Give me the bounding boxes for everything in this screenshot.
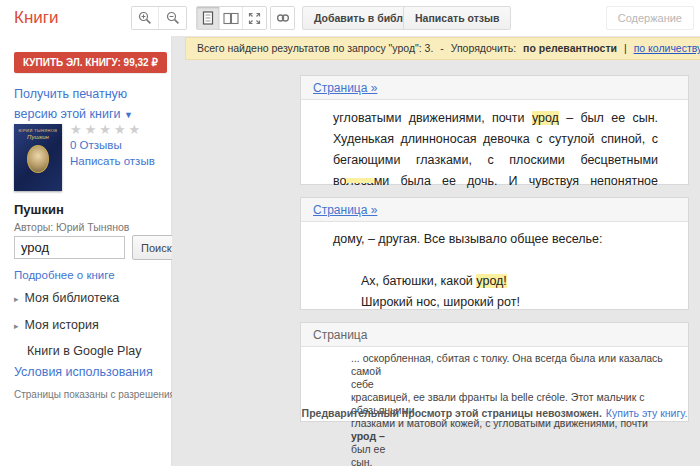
- separator-pipe: |: [624, 42, 627, 54]
- get-link-button[interactable]: [271, 7, 294, 29]
- permission-note-text: Страницы показаны с разрешения: [14, 389, 178, 400]
- order-by-pages-link[interactable]: по количеству страниц: [634, 42, 700, 54]
- search-result-2: Страница » дому, – другая. Все вызывало …: [300, 197, 689, 310]
- result-1-header: Страница »: [301, 76, 688, 100]
- left-sidebar: КУПИТЬ ЭЛ. КНИГУ: 99,32 ₽ Получить печат…: [0, 36, 172, 466]
- sidebar-item-label: Моя история: [25, 318, 99, 332]
- link-icon: [276, 12, 290, 24]
- contents-button[interactable]: Содержание: [606, 6, 694, 30]
- search-result-3: Страница ... оскорбленная, сбитая с толк…: [300, 322, 689, 422]
- reviews-count-link[interactable]: 0 Отзывы: [70, 139, 122, 151]
- rating-stars: ★★★★★: [70, 122, 143, 137]
- snippet-intro: дому, – другая. Все вызывало общее весел…: [333, 229, 668, 250]
- result-2-snippet: дому, – другая. Все вызывало общее весел…: [301, 222, 688, 313]
- triangle-right-icon: ▸: [14, 321, 19, 331]
- clipped-highlight: [346, 178, 373, 183]
- results-count-text: Всего найдено результатов по запросу "ур…: [197, 42, 433, 54]
- zoom-in-icon: [138, 11, 152, 25]
- page-link[interactable]: Страница »: [313, 81, 377, 95]
- result-2-header: Страница »: [301, 198, 688, 222]
- write-review-button[interactable]: Написать отзыв: [403, 6, 511, 30]
- sidebar-item-my-history[interactable]: ▸Моя история: [14, 318, 99, 332]
- zoom-button-group: [131, 6, 187, 30]
- zoom-out-icon: [166, 11, 180, 25]
- single-page-view-button[interactable]: [197, 7, 220, 29]
- sidebar-write-review-link[interactable]: Написать отзыв: [70, 155, 155, 167]
- zoom-out-button[interactable]: [159, 7, 186, 29]
- order-by-relevance: по релевантности: [523, 42, 617, 54]
- sidebar-item-label: Книги в Google Play: [27, 344, 141, 358]
- page-link[interactable]: Страница »: [313, 203, 377, 217]
- zoom-in-button[interactable]: [132, 7, 159, 29]
- two-page-view-button[interactable]: [220, 7, 243, 29]
- top-toolbar: Книги: [0, 0, 700, 36]
- view-mode-button-group: [196, 6, 267, 30]
- sidebar-item-google-play-books[interactable]: Книги в Google Play: [14, 344, 141, 358]
- two-page-icon: [223, 12, 239, 25]
- sidebar-item-my-library[interactable]: ▸Моя библиотека: [14, 291, 119, 305]
- order-label: Упорядочить:: [451, 42, 516, 54]
- preview-unavailable-message: Предварительный просмотр этой страницы н…: [301, 407, 688, 419]
- cover-title-text: Пушкин: [14, 134, 62, 140]
- separator-dash: -: [440, 42, 444, 54]
- book-authors: Авторы: Юрий Тынянов: [14, 221, 129, 233]
- chevron-down-icon: ▼: [124, 110, 133, 120]
- snippet-verse: Ах, батюшки, какой урод!Широкий нос, шир…: [361, 271, 668, 313]
- link-button-group: [270, 6, 295, 30]
- search-results-area: Всего найдено результатов по запросу "ур…: [172, 36, 700, 466]
- get-print-version-label: Получить печатную версию этой книги: [14, 87, 127, 121]
- books-logo[interactable]: Книги: [14, 8, 58, 28]
- cover-author-text: ЮРИЙ ТЫНЯНОВ: [14, 124, 62, 133]
- buy-ebook-button[interactable]: КУПИТЬ ЭЛ. КНИГУ: 99,32 ₽: [14, 52, 167, 73]
- fullscreen-icon: [248, 12, 261, 25]
- buy-this-book-link[interactable]: Купить эту книгу.: [606, 407, 688, 419]
- triangle-right-icon: ▸: [14, 294, 19, 304]
- search-in-book-input[interactable]: [14, 236, 125, 259]
- single-page-icon: [202, 11, 214, 25]
- about-book-link[interactable]: Подробнее о книге: [14, 269, 115, 281]
- cover-portrait: [27, 145, 49, 173]
- terms-of-use-link[interactable]: Условия использования: [14, 365, 153, 379]
- search-result-1: Страница » угловатыми движениями, почти …: [300, 75, 689, 185]
- google-books-page: Книги: [0, 0, 700, 466]
- result-3-header: Страница: [301, 323, 688, 347]
- book-cover-thumbnail[interactable]: ЮРИЙ ТЫНЯНОВ Пушкин: [14, 124, 62, 191]
- get-print-version-link[interactable]: Получить печатную версию этой книги ▼: [14, 84, 160, 124]
- book-title: Пушкин: [14, 202, 64, 217]
- sidebar-item-label: Моя библиотека: [25, 291, 120, 305]
- fullscreen-button[interactable]: [243, 7, 266, 29]
- page-label: Страница: [313, 328, 367, 342]
- preview-unavailable-text: Предварительный просмотр этой страницы н…: [302, 407, 602, 419]
- results-info-bar: Всего найдено результатов по запросу "ур…: [185, 37, 700, 60]
